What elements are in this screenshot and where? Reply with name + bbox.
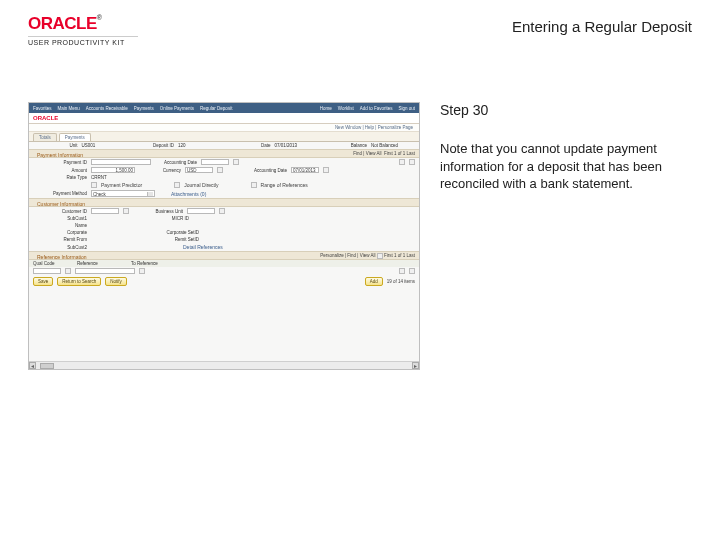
input-currency[interactable]: USD xyxy=(185,167,213,173)
row-cust5: Remit From Remit SetID xyxy=(29,236,419,243)
nav-item[interactable]: Online Payments xyxy=(160,106,194,111)
nav-item[interactable]: Main Menu xyxy=(58,106,80,111)
value-unit: US001 xyxy=(82,143,126,148)
label-date: Date xyxy=(226,143,271,148)
nav-item[interactable]: Regular Deposit xyxy=(200,106,232,111)
link-attachments[interactable]: Attachments (0) xyxy=(171,191,206,197)
label-currency: Currency xyxy=(139,168,181,173)
nav-link[interactable]: Home xyxy=(320,106,332,111)
payment-info-label: Payment Information xyxy=(33,150,87,158)
checkbox-payment-predictor[interactable] xyxy=(91,182,97,188)
brand-subtitle: USER PRODUCTIVITY KIT xyxy=(28,36,138,46)
footer-count: 19 of 14 items xyxy=(387,279,415,284)
grid-icon[interactable] xyxy=(377,253,383,259)
label-cust-id: Customer ID xyxy=(33,209,87,214)
input-acct-date2[interactable]: 07/01/2013 xyxy=(291,167,319,173)
tab-totals[interactable]: Totals xyxy=(33,133,57,141)
horizontal-scrollbar[interactable]: ◄ ► xyxy=(29,361,419,369)
delete-row-icon[interactable] xyxy=(409,268,415,274)
input-cust-id[interactable] xyxy=(91,208,119,214)
content-row: Favorites Main Menu Accounts Receivable … xyxy=(0,52,720,370)
row-payment-method: Payment Method Check Attachments (0) xyxy=(29,189,419,198)
pager-ref-count[interactable]: First 1 of 1 Last xyxy=(384,253,415,258)
pager-personalize[interactable]: Personalize | Find | View All xyxy=(320,253,375,258)
row-checks: Payment Predictor Journal Directly Range… xyxy=(29,181,419,189)
checkbox-range[interactable] xyxy=(251,182,257,188)
pager-find[interactable]: Find | View All xyxy=(353,151,381,156)
lookup-icon[interactable] xyxy=(123,208,129,214)
lookup-icon[interactable] xyxy=(219,208,225,214)
select-payment-method[interactable]: Check xyxy=(91,190,155,197)
nav-item[interactable]: Accounts Receivable xyxy=(86,106,128,111)
app-subbar[interactable]: New Window | Help | Personalize Page xyxy=(29,124,419,132)
app-brandbar: ORACLE xyxy=(29,113,419,124)
add-button[interactable]: Add xyxy=(365,277,383,286)
oracle-logo: ORACLE® xyxy=(28,14,101,34)
input-amount[interactable]: 1,500.00 xyxy=(91,167,135,173)
calendar-icon[interactable] xyxy=(233,159,239,165)
lookup-icon[interactable] xyxy=(139,268,145,274)
add-row-icon[interactable] xyxy=(399,159,405,165)
pager-count[interactable]: First 1 of 1 Last xyxy=(384,151,415,156)
label-bu: Business Unit xyxy=(133,209,183,214)
lookup-icon[interactable] xyxy=(217,167,223,173)
label-acct-date2: Accounting Date xyxy=(227,168,287,173)
customer-info-bar: Customer Information xyxy=(29,198,419,207)
grid-data-row xyxy=(29,267,419,275)
nav-link[interactable]: Add to Favorites xyxy=(360,106,393,111)
notify-button[interactable]: Notify xyxy=(105,277,127,286)
nav-link[interactable]: Worklist xyxy=(338,106,354,111)
link-detail-refs[interactable]: Detail References xyxy=(183,244,223,250)
scroll-thumb[interactable] xyxy=(40,363,54,369)
row-cust4: Corporate Corporate SetID xyxy=(29,229,419,236)
delete-row-icon[interactable] xyxy=(409,159,415,165)
checkbox-journal[interactable] xyxy=(174,182,180,188)
row-cust6: SubCust2 Detail References xyxy=(29,243,419,251)
row-rate-type: Rate Type CRRNT xyxy=(29,174,419,181)
label-payment-method: Payment Method xyxy=(33,191,87,196)
return-button[interactable]: Return to Search xyxy=(57,277,101,286)
scroll-right-icon[interactable]: ► xyxy=(412,362,419,369)
label-acct-date: Accounting Date xyxy=(155,160,197,165)
input-ref[interactable] xyxy=(75,268,135,274)
add-row-icon[interactable] xyxy=(399,268,405,274)
label-amount: Amount xyxy=(33,168,87,173)
value-rate-type: CRRNT xyxy=(91,175,135,180)
label-corp: Corporate xyxy=(33,230,87,235)
brand-block: ORACLE® USER PRODUCTIVITY KIT xyxy=(28,14,138,46)
row-cust3: Name xyxy=(29,222,419,229)
label-corp-setid: Corporate SetID xyxy=(139,230,199,235)
nav-item[interactable]: Payments xyxy=(134,106,154,111)
save-button[interactable]: Save xyxy=(33,277,53,286)
customer-info-label: Customer Information xyxy=(33,199,89,207)
label-name: Name xyxy=(33,223,87,228)
label-remit: Remit From xyxy=(33,237,87,242)
grid-header-row: Qual Code Reference To Reference xyxy=(29,260,419,267)
reference-info-label: Reference Information xyxy=(33,252,90,260)
tab-payments[interactable]: Payments xyxy=(59,133,91,141)
tabstrip: Totals Payments xyxy=(29,132,419,142)
calendar-icon[interactable] xyxy=(323,167,329,173)
lookup-icon[interactable] xyxy=(65,268,71,274)
input-payment-id[interactable] xyxy=(91,159,151,165)
step-body: Note that you cannot update payment info… xyxy=(440,140,690,193)
label-unit: Unit xyxy=(33,143,78,148)
scroll-left-icon[interactable]: ◄ xyxy=(29,362,36,369)
nav-item[interactable]: Favorites xyxy=(33,106,52,111)
input-acct-date[interactable] xyxy=(201,159,229,165)
step-title: Step 30 xyxy=(440,102,692,118)
row-unit: Unit US001 Deposit ID 120 Date 07/01/201… xyxy=(29,142,419,149)
col-ref: Reference xyxy=(77,261,127,266)
value-date: 07/01/2013 xyxy=(275,143,319,148)
instructions-panel: Step 30 Note that you cannot update paym… xyxy=(440,102,692,193)
page-header: ORACLE® USER PRODUCTIVITY KIT Entering a… xyxy=(0,0,720,52)
col-to-ref: To Reference xyxy=(131,261,191,266)
row-payment-id: Payment ID Accounting Date xyxy=(29,158,419,166)
reference-info-bar: Reference Information Personalize | Find… xyxy=(29,251,419,260)
document-title: Entering a Regular Deposit xyxy=(512,14,692,35)
nav-link[interactable]: Sign out xyxy=(398,106,415,111)
label-rate-type: Rate Type xyxy=(33,175,87,180)
input-bu[interactable] xyxy=(187,208,215,214)
app-screenshot: Favorites Main Menu Accounts Receivable … xyxy=(28,102,420,370)
input-qual[interactable] xyxy=(33,268,61,274)
